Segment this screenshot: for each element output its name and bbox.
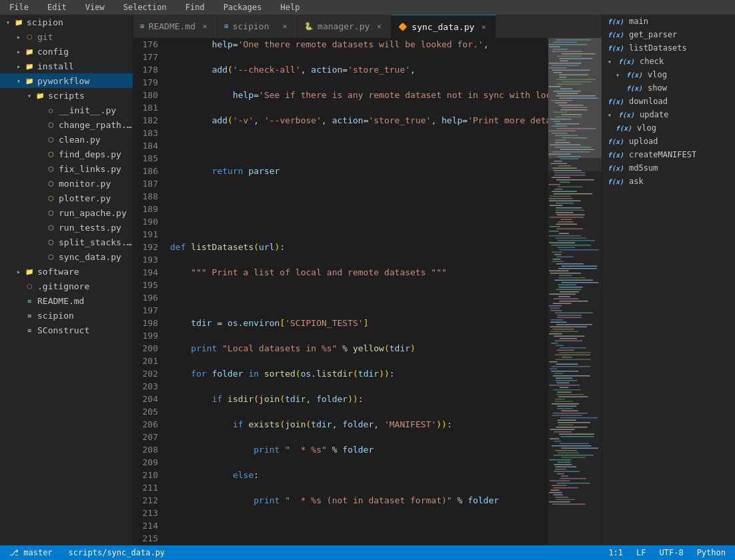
sidebar-item-software[interactable]: ▸ 📁 software <box>0 264 133 279</box>
tab-icon: 🐍 <box>304 22 313 31</box>
menu-view[interactable]: View <box>81 1 109 13</box>
tab-icon: ≡ <box>224 22 229 31</box>
file-icon: ≡ <box>24 312 35 319</box>
sidebar-item-find-deps[interactable]: ⬡ find_deps.py <box>0 147 133 161</box>
outline-item-main[interactable]: f(x) main <box>602 15 735 28</box>
outline-item-ask[interactable]: f(x) ask <box>602 175 735 188</box>
sidebar-item-label: plotter.py <box>59 193 111 203</box>
folder-icon: 📁 <box>24 48 35 55</box>
outline-item-vlog-1[interactable]: ▾ f(x) vlog <box>602 68 735 81</box>
code-editor[interactable]: 176177178179180 181182183184185 18618718… <box>133 38 548 545</box>
tab-close-button[interactable]: ✕ <box>199 21 210 32</box>
outline-item-download[interactable]: f(x) download <box>602 95 735 108</box>
branch-icon: ⎇ <box>9 548 19 557</box>
sidebar-item-sync-data[interactable]: ⬡ sync_data.py <box>0 249 133 264</box>
outline-item-update[interactable]: ▾ f(x) update <box>602 108 735 121</box>
file-icon: ≡ <box>24 327 35 334</box>
collapse-icon: ▾ <box>608 111 616 119</box>
status-language[interactable]: Python <box>694 548 728 557</box>
sidebar-item-init-py[interactable]: ○ __init__.py <box>0 103 133 117</box>
status-filepath[interactable]: scripts/sync_data.py <box>66 548 168 557</box>
sidebar-item-sconstruct[interactable]: ≡ SConstruct <box>0 323 133 337</box>
func-icon: f(x) <box>618 58 634 65</box>
outline-item-createmanifest[interactable]: f(x) createMANIFEST <box>602 148 735 161</box>
sidebar-item-scipion[interactable]: ▾ 📁 scipion <box>0 15 133 29</box>
outline-item-md5sum[interactable]: f(x) md5sum <box>602 161 735 175</box>
sidebar-item-fix-links[interactable]: ⬡ fix_links.py <box>0 161 133 176</box>
sidebar-item-label: clean.py <box>59 135 101 145</box>
tab-close-button[interactable]: ✕ <box>478 21 489 32</box>
folder-icon: 📁 <box>24 77 35 85</box>
tab-sync-data[interactable]: 🔶 sync_data.py ✕ <box>392 15 496 38</box>
outline-item-label: update <box>640 110 668 119</box>
file-icon: ⬡ <box>45 253 56 261</box>
sidebar-item-pyworkflow[interactable]: ▾ 📁 pyworkflow <box>0 73 133 88</box>
arrow-icon: ▸ <box>13 268 24 275</box>
menu-edit[interactable]: Edit <box>43 1 71 13</box>
status-position[interactable]: 1:1 <box>606 548 626 557</box>
file-icon: ≡ <box>24 297 35 305</box>
file-icon: ○ <box>45 107 56 114</box>
status-branch[interactable]: ⎇ master <box>7 548 55 557</box>
file-icon: ⬡ <box>45 209 56 217</box>
sidebar-item-label: scripts <box>48 91 85 101</box>
sidebar-item-run-apache[interactable]: ⬡ run_apache.py <box>0 205 133 220</box>
outline-item-upload[interactable]: f(x) upload <box>602 135 735 148</box>
sidebar-item-label: run_tests.py <box>59 223 121 233</box>
func-icon: f(x) <box>608 45 624 52</box>
arrow-icon: ▾ <box>13 77 24 85</box>
code-content[interactable]: help='One there remote datasets will be … <box>163 38 548 545</box>
minimap-background <box>548 38 602 545</box>
sidebar-item-config[interactable]: ▸ 📁 config <box>0 44 133 59</box>
sidebar-item-install[interactable]: ▸ 📁 install <box>0 59 133 73</box>
folder-icon: 📁 <box>35 92 45 99</box>
outline-item-label: main <box>629 17 648 26</box>
sidebar-item-readme[interactable]: ≡ README.md <box>0 293 133 308</box>
arrow-icon: ▸ <box>13 33 24 41</box>
status-encoding[interactable]: LF <box>634 548 648 557</box>
status-charset[interactable]: UTF-8 <box>657 548 686 557</box>
func-icon: f(x) <box>618 111 634 119</box>
outline-item-listdatasets[interactable]: f(x) listDatasets <box>602 41 735 55</box>
menu-bar: File Edit View Selection Find Packages H… <box>0 0 735 15</box>
outline-item-label: md5sum <box>629 163 658 173</box>
tab-manager[interactable]: 🐍 manager.py ✕ <box>297 15 392 38</box>
menu-selection[interactable]: Selection <box>119 1 171 13</box>
sidebar-item-label: monitor.py <box>59 179 111 189</box>
func-icon: f(x) <box>626 85 642 92</box>
sidebar-item-change-rpath[interactable]: ⬡ change_rpath.py <box>0 117 133 132</box>
tab-label: scipion <box>233 21 269 31</box>
sidebar-item-git[interactable]: ▸ ⬡ git <box>0 29 133 44</box>
sidebar-item-clean-py[interactable]: ⬡ clean.py <box>0 132 133 147</box>
tab-readme[interactable]: ≡ README.md ✕ <box>133 15 217 38</box>
sidebar-item-split-stacks[interactable]: ⬡ split_stacks.py <box>0 235 133 249</box>
outline-item-check[interactable]: ▾ f(x) check <box>602 55 735 68</box>
tab-close-button[interactable]: ✕ <box>374 21 384 32</box>
sidebar-item-scripts[interactable]: ▾ 📁 scripts <box>0 88 133 103</box>
sidebar-item-label: __init__.py <box>59 105 116 115</box>
minimap-viewport[interactable] <box>548 38 602 171</box>
tab-scipion[interactable]: ≡ scipion ✕ <box>217 15 297 38</box>
menu-find[interactable]: Find <box>181 1 209 13</box>
outline-panel: f(x) main f(x) get_parser f(x) listDatas… <box>602 15 735 545</box>
tab-close-button[interactable]: ✕ <box>279 21 290 32</box>
collapse-icon: ▾ <box>616 71 624 79</box>
outline-item-get-parser[interactable]: f(x) get_parser <box>602 28 735 41</box>
func-icon: f(x) <box>608 98 624 105</box>
menu-help[interactable]: Help <box>276 1 303 13</box>
menu-packages[interactable]: Packages <box>219 1 266 13</box>
line-numbers: 176177178179180 181182183184185 18618718… <box>133 38 163 545</box>
arrow-icon: ▸ <box>13 48 24 55</box>
outline-item-show[interactable]: f(x) show <box>602 81 735 95</box>
sidebar-item-scipion-file[interactable]: ≡ scipion <box>0 308 133 323</box>
sidebar-item-run-tests[interactable]: ⬡ run_tests.py <box>0 220 133 235</box>
func-icon: f(x) <box>626 71 642 79</box>
menu-file[interactable]: File <box>5 1 33 13</box>
outline-item-vlog-2[interactable]: f(x) vlog <box>602 121 735 135</box>
arrow-icon: ▸ <box>13 63 24 70</box>
sidebar-item-gitignore[interactable]: ⬡ .gitignore <box>0 279 133 293</box>
sidebar-item-plotter[interactable]: ⬡ plotter.py <box>0 191 133 205</box>
outline-item-label: download <box>629 97 668 106</box>
sidebar-item-monitor[interactable]: ⬡ monitor.py <box>0 176 133 191</box>
sidebar-item-label: SConstruct <box>37 325 89 335</box>
